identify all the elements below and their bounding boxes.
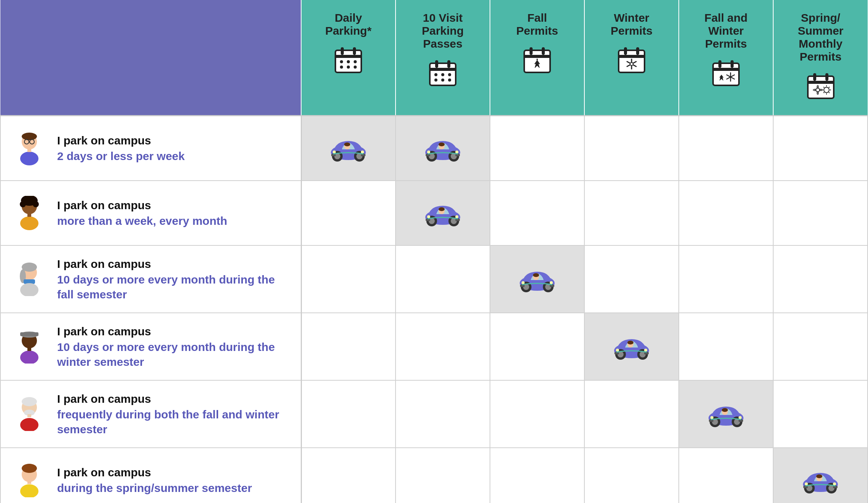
cell-1-winter (584, 116, 679, 181)
leaf-snowflake-icon (687, 57, 765, 93)
svg-line-56 (829, 87, 830, 88)
table-row-1: I park on campus2 days or less per week (0, 116, 868, 181)
svg-point-108 (20, 283, 38, 296)
table-row-5: I park on campusfrequently during both t… (0, 380, 868, 448)
svg-rect-12 (435, 60, 438, 68)
svg-point-127 (627, 341, 633, 344)
svg-point-78 (439, 143, 445, 146)
cell-4-fall (490, 313, 584, 380)
svg-rect-27 (624, 47, 627, 55)
row-label-2: I park on campusmore than a week, every … (0, 181, 301, 245)
avatar-3 (12, 262, 46, 296)
svg-rect-124 (27, 347, 31, 351)
avatar-2 (12, 196, 46, 230)
col-label-ten-visit: 10 VisitParkingPasses (422, 11, 464, 50)
table-row-4: I park on campus10 days or more every mo… (0, 313, 868, 380)
svg-rect-22 (530, 47, 533, 55)
svg-rect-11 (430, 68, 456, 71)
svg-rect-36 (731, 60, 734, 68)
svg-point-123 (20, 351, 38, 364)
svg-point-139 (20, 418, 38, 431)
svg-point-91 (20, 216, 38, 230)
cell-5-winter (584, 380, 679, 448)
header-question (0, 0, 301, 116)
col-label-winter: WinterPermits (611, 11, 653, 37)
svg-line-57 (823, 92, 824, 93)
table-row-6: I park on campusduring the spring/summer… (0, 448, 868, 503)
row-text-black-4: I park on campus (57, 324, 289, 339)
cell-4-fall_winter (679, 313, 773, 380)
svg-point-137 (22, 397, 37, 406)
row-text-purple-6: during the spring/summer semester (57, 481, 252, 495)
cell-2-winter (584, 181, 679, 245)
flower-sun-icon (781, 70, 860, 106)
svg-point-63 (20, 152, 38, 165)
cell-1-ten_visit (396, 116, 490, 181)
cell-5-fall (490, 380, 584, 448)
calendar-icon-ten-visit (404, 57, 482, 93)
svg-point-90 (33, 201, 39, 207)
header-col-spring-summer: Spring/SummerMonthlyPermits (773, 0, 868, 116)
svg-point-7 (340, 66, 343, 69)
cell-4-spring_summer (773, 313, 868, 380)
svg-point-111 (533, 273, 539, 277)
svg-point-143 (722, 408, 728, 412)
svg-point-158 (816, 474, 822, 478)
svg-point-46 (817, 91, 819, 95)
header-col-winter: WinterPermits (584, 0, 679, 116)
svg-rect-155 (27, 481, 31, 484)
svg-rect-35 (718, 60, 721, 68)
cell-5-daily (301, 380, 396, 448)
svg-point-9 (354, 66, 357, 69)
row-label-1: I park on campus2 days or less per week (0, 116, 301, 181)
col-label-fall-winter: Fall andWinterPermits (704, 11, 747, 50)
cell-2-daily (301, 181, 396, 245)
svg-point-45 (817, 85, 819, 89)
svg-rect-34 (713, 68, 739, 71)
cell-3-fall_winter (679, 245, 773, 313)
svg-point-17 (434, 78, 437, 82)
cell-4-ten_visit (396, 313, 490, 380)
row-label-4: I park on campus10 days or more every mo… (0, 313, 301, 380)
cell-6-fall (490, 448, 584, 503)
svg-rect-43 (825, 73, 828, 81)
svg-rect-33 (713, 63, 739, 85)
cell-3-winter (584, 245, 679, 313)
svg-rect-13 (447, 60, 450, 68)
cell-3-spring_summer (773, 245, 868, 313)
svg-rect-42 (813, 73, 816, 81)
snowflake-icon-winter (592, 44, 671, 80)
row-text-purple-1: 2 days or less per week (57, 149, 185, 163)
svg-rect-1 (335, 55, 361, 58)
svg-point-89 (20, 201, 26, 207)
svg-point-67 (344, 143, 350, 146)
table-row-3: I park on campus10 days or more every mo… (0, 245, 868, 313)
svg-point-47 (813, 89, 817, 91)
cell-1-daily (301, 116, 396, 181)
cell-1-spring_summer (773, 116, 868, 181)
row-text-purple-4: 10 days or more every month during the w… (57, 340, 289, 369)
avatar-4 (12, 329, 46, 364)
cell-4-daily (301, 313, 396, 380)
row-text-purple-5: frequently during both the fall and wint… (57, 407, 289, 437)
svg-line-55 (829, 92, 830, 93)
cell-2-fall_winter (679, 181, 773, 245)
cell-3-ten_visit (396, 245, 490, 313)
avatar-5 (12, 397, 46, 431)
svg-rect-122 (20, 332, 38, 336)
avatar-6 (12, 463, 46, 497)
cell-5-ten_visit (396, 380, 490, 448)
svg-rect-21 (524, 55, 550, 58)
svg-point-19 (448, 78, 451, 82)
cell-2-fall (490, 181, 584, 245)
parking-guide-table: DailyParking* (0, 0, 868, 503)
row-text-black-2: I park on campus (57, 198, 227, 213)
svg-point-49 (824, 87, 829, 93)
row-label-3: I park on campus10 days or more every mo… (0, 245, 301, 313)
row-text-black-3: I park on campus (57, 256, 289, 271)
svg-point-4 (340, 60, 343, 63)
cell-6-daily (301, 448, 396, 503)
row-label-6: I park on campusduring the spring/summer… (0, 448, 301, 503)
svg-point-15 (441, 73, 444, 76)
svg-rect-26 (619, 55, 645, 58)
